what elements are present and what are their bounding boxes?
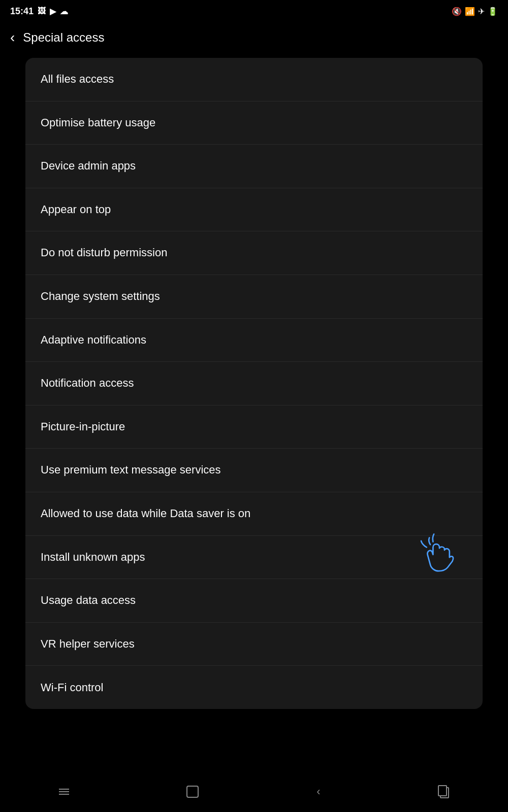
menu-item-label-usage-data-access: Usage data access bbox=[41, 593, 136, 608]
bottom-navigation: ‹ bbox=[0, 771, 508, 812]
menu-item-optimise-battery[interactable]: Optimise battery usage bbox=[25, 101, 483, 145]
airplane-icon: ✈ bbox=[478, 7, 485, 16]
menu-item-do-not-disturb[interactable]: Do not disturb permission bbox=[25, 231, 483, 275]
window-button[interactable] bbox=[423, 780, 464, 803]
menu-item-label-notification-access: Notification access bbox=[41, 376, 134, 391]
menu-list: All files accessOptimise battery usageDe… bbox=[25, 58, 483, 709]
menu-item-label-device-admin-apps: Device admin apps bbox=[41, 159, 136, 174]
menu-item-picture-in-picture[interactable]: Picture-in-picture bbox=[25, 405, 483, 449]
touch-cursor-icon bbox=[417, 531, 462, 579]
status-time: 15:41 bbox=[10, 6, 34, 17]
status-bar: 15:41 🖼 ▶ ☁ 🔇 📶 ✈ 🔋 bbox=[0, 0, 508, 22]
menu-item-vr-helper[interactable]: VR helper services bbox=[25, 623, 483, 666]
menu-item-label-picture-in-picture: Picture-in-picture bbox=[41, 420, 125, 434]
menu-item-label-data-saver: Allowed to use data while Data saver is … bbox=[41, 506, 250, 521]
menu-item-adaptive-notifications[interactable]: Adaptive notifications bbox=[25, 319, 483, 362]
menu-item-usage-data-access[interactable]: Usage data access bbox=[25, 579, 483, 623]
menu-item-label-change-system-settings: Change system settings bbox=[41, 289, 160, 304]
menu-item-label-premium-text: Use premium text message services bbox=[41, 463, 221, 478]
menu-item-label-vr-helper: VR helper services bbox=[41, 637, 135, 652]
menu-item-label-appear-on-top: Appear on top bbox=[41, 202, 111, 217]
page-title: Special access bbox=[23, 30, 104, 45]
menu-item-install-unknown[interactable]: Install unknown apps bbox=[25, 536, 483, 580]
menu-item-data-saver[interactable]: Allowed to use data while Data saver is … bbox=[25, 492, 483, 536]
battery-icon: 🔋 bbox=[488, 7, 498, 16]
recents-icon bbox=[59, 789, 69, 795]
cloud-icon: ☁ bbox=[60, 7, 68, 16]
home-button[interactable] bbox=[171, 781, 214, 803]
menu-item-premium-text[interactable]: Use premium text message services bbox=[25, 449, 483, 492]
menu-item-device-admin-apps[interactable]: Device admin apps bbox=[25, 145, 483, 188]
wifi-icon: 📶 bbox=[465, 7, 475, 16]
recents-button[interactable] bbox=[44, 784, 84, 800]
menu-item-label-all-files-access: All files access bbox=[41, 72, 114, 87]
status-right: 🔇 📶 ✈ 🔋 bbox=[452, 7, 498, 16]
menu-item-label-do-not-disturb: Do not disturb permission bbox=[41, 246, 167, 260]
menu-item-label-install-unknown: Install unknown apps bbox=[41, 550, 145, 565]
back-nav-icon: ‹ bbox=[316, 785, 320, 798]
menu-item-wifi-control[interactable]: Wi-Fi control bbox=[25, 666, 483, 709]
menu-item-all-files-access[interactable]: All files access bbox=[25, 58, 483, 101]
mute-icon: 🔇 bbox=[452, 7, 462, 16]
home-icon bbox=[186, 786, 199, 798]
menu-item-label-optimise-battery: Optimise battery usage bbox=[41, 116, 155, 130]
menu-item-label-wifi-control: Wi-Fi control bbox=[41, 681, 103, 695]
menu-item-notification-access[interactable]: Notification access bbox=[25, 362, 483, 405]
back-button[interactable]: ‹ bbox=[10, 30, 15, 45]
header: ‹ Special access bbox=[0, 22, 508, 53]
window-icon bbox=[438, 785, 449, 798]
youtube-icon: ▶ bbox=[50, 7, 56, 16]
menu-item-appear-on-top[interactable]: Appear on top bbox=[25, 188, 483, 232]
status-left: 15:41 🖼 ▶ ☁ bbox=[10, 6, 68, 17]
menu-item-label-adaptive-notifications: Adaptive notifications bbox=[41, 333, 146, 348]
back-nav-button[interactable]: ‹ bbox=[301, 780, 335, 803]
photo-icon: 🖼 bbox=[38, 7, 46, 16]
menu-item-change-system-settings[interactable]: Change system settings bbox=[25, 275, 483, 319]
